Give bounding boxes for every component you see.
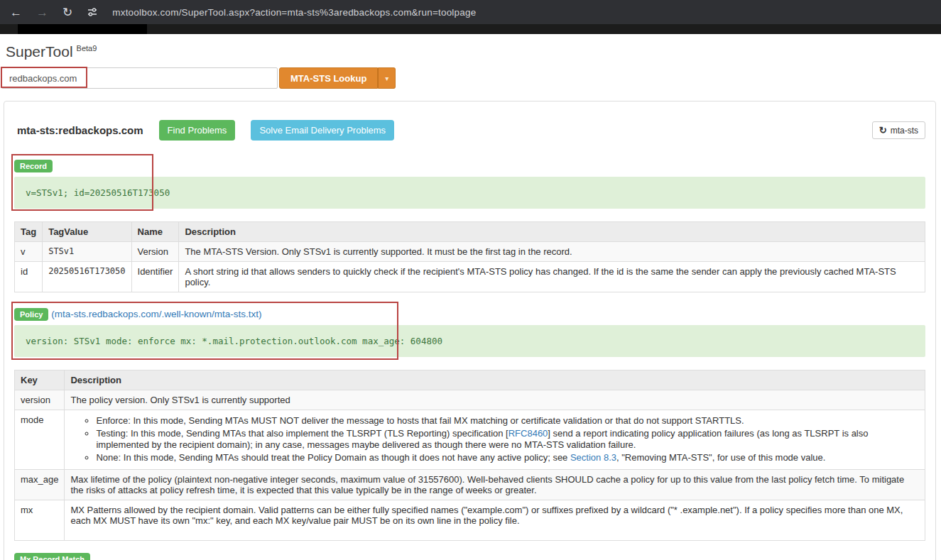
find-problems-button[interactable]: Find Problems — [159, 120, 236, 141]
table-row: max_age Max lifetime of the policy (plai… — [15, 469, 925, 500]
table-row: id 20250516T173050 Identifier A short st… — [15, 262, 925, 292]
search-row: MTA-STS Lookup ▾ — [1, 67, 941, 89]
lookup-dropdown-caret[interactable]: ▾ — [378, 67, 396, 89]
policy-value-box: version: STSv1 mode: enforce mx: *.mail.… — [14, 325, 925, 357]
table-row: v STSv1 Version The MTA-STS Version. Onl… — [15, 242, 925, 262]
column-header-description: Description — [65, 370, 925, 390]
column-header-tagvalue: TagValue — [43, 222, 131, 242]
description-cell: Max lifetime of the policy (plaintext no… — [65, 469, 925, 500]
policy-section: Policy (mta-sts.redbackops.com/.well-kno… — [14, 308, 925, 357]
result-header: mta-sts:redbackops.com Find Problems Sol… — [14, 120, 925, 141]
redacted-bookmark — [18, 24, 147, 34]
solve-email-delivery-button[interactable]: Solve Email Delivery Problems — [251, 120, 394, 141]
record-section: Record v=STSv1; id=20250516T173050 — [14, 159, 925, 209]
page-title: SuperTool — [6, 43, 73, 60]
result-title: mta-sts:redbackops.com — [17, 124, 143, 136]
mode-option-testing: Testing: In this mode, Sending MTAs that… — [96, 428, 919, 451]
policy-paren-close: ) — [259, 309, 262, 319]
rerun-mta-sts-button[interactable]: ↻ mta-sts — [872, 121, 925, 139]
column-header-tag: Tag — [15, 222, 43, 242]
back-icon[interactable]: ← — [10, 6, 22, 18]
record-value-box: v=STSv1; id=20250516T173050 — [14, 177, 925, 209]
table-row: version The policy version. Only STSv1 i… — [15, 390, 925, 410]
tagvalue-cell: 20250516T173050 — [43, 262, 131, 292]
column-header-key: Key — [15, 370, 65, 390]
key-cell: mx — [15, 500, 65, 540]
policy-badge: Policy — [14, 308, 48, 321]
mode-option-enforce: Enforce: In this mode, Sending MTAs MUST… — [96, 415, 919, 427]
refresh-icon[interactable]: ↻ — [62, 6, 72, 18]
rfc8460-link[interactable]: RFC8460 — [508, 428, 548, 439]
browser-address-bar: ← → ↻ mxtoolbox.com/SuperTool.aspx?actio… — [0, 0, 941, 24]
mx-record-match-badge: Mx Record Match — [14, 553, 90, 560]
bookmarks-bar — [0, 24, 941, 34]
policy-key-table: Key Description version The policy versi… — [14, 370, 925, 541]
tagvalue-cell: STSv1 — [43, 242, 131, 262]
table-header-row: Tag TagValue Name Description — [15, 222, 925, 242]
description-cell: The policy version. Only STSv1 is curren… — [65, 390, 925, 410]
site-settings-icon[interactable] — [87, 6, 98, 18]
mx-record-match-section: Mx Record Match redbackops-com.mail.prot… — [14, 552, 925, 560]
column-header-name: Name — [131, 222, 179, 242]
table-row: mx MX Patterns allowed by the recipient … — [15, 500, 925, 540]
domain-search-input[interactable] — [1, 67, 278, 89]
record-tag-table: Tag TagValue Name Description v STSv1 Ve… — [14, 221, 925, 292]
page: ← → ↻ mxtoolbox.com/SuperTool.aspx?actio… — [0, 0, 941, 560]
beta-label: Beta9 — [77, 44, 97, 53]
record-badge: Record — [14, 160, 53, 172]
key-cell: mode — [15, 410, 65, 470]
mode-option-none: None: In this mode, Sending MTAs should … — [96, 452, 919, 464]
tag-cell: id — [15, 262, 43, 292]
section-8-3-link[interactable]: Section 8.3 — [570, 452, 616, 463]
mta-sts-lookup-button[interactable]: MTA-STS Lookup — [279, 67, 378, 89]
mode-options-list: Enforce: In this mode, Sending MTAs MUST… — [70, 415, 919, 464]
name-cell: Version — [131, 242, 179, 262]
column-header-description: Description — [179, 222, 925, 242]
name-cell: Identifier — [131, 262, 179, 292]
rerun-label: mta-sts — [891, 126, 918, 136]
policy-file-link[interactable]: mta-sts.redbackops.com/.well-known/mta-s… — [55, 309, 259, 319]
result-panel: mta-sts:redbackops.com Find Problems Sol… — [4, 101, 936, 560]
table-row: mode Enforce: In this mode, Sending MTAs… — [15, 410, 925, 470]
forward-icon[interactable]: → — [36, 6, 48, 18]
description-cell: MX Patterns allowed by the recipient dom… — [65, 500, 925, 540]
key-cell: version — [15, 390, 65, 410]
tag-cell: v — [15, 242, 43, 262]
app-header: SuperToolBeta9 — [0, 34, 941, 60]
refresh-small-icon: ↻ — [879, 125, 887, 136]
description-cell: A short string id that allows senders to… — [179, 262, 925, 292]
table-header-row: Key Description — [15, 370, 925, 390]
description-cell: The MTA-STS Version. Only STSv1 is curre… — [179, 242, 925, 262]
description-cell: Enforce: In this mode, Sending MTAs MUST… — [65, 410, 925, 470]
url-text[interactable]: mxtoolbox.com/SuperTool.aspx?action=mta-… — [112, 7, 476, 18]
key-cell: max_age — [15, 469, 65, 500]
